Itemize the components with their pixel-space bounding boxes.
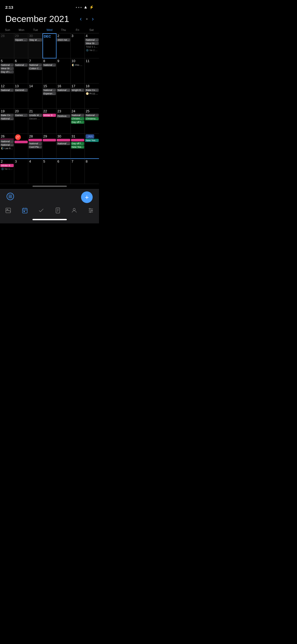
cell-dec10[interactable]: 10 🌗 Firs 8:36p <box>71 58 85 84</box>
event-winter-break-31[interactable] <box>71 139 84 141</box>
event-candy-cane[interactable]: National Candy Cane Day <box>0 143 14 146</box>
event-day-off-new[interactable]: Day off for Ne <box>71 142 84 145</box>
tab-calendar[interactable] <box>22 207 28 214</box>
cell-jan4[interactable]: 4 <box>28 159 43 184</box>
date-num: 5 <box>0 59 14 63</box>
event-eggnog[interactable]: National Eggnog Day <box>71 114 84 117</box>
event-choc-covered[interactable]: National Chocolate Covered <box>57 89 70 92</box>
cell-dec5[interactable]: 5 National Cook Wear Brown S Day of the … <box>0 58 14 84</box>
event-wear-brown2[interactable]: Wear Brown S <box>0 67 14 70</box>
cell-jan3[interactable]: 3 <box>14 159 29 184</box>
event-winter-break-28[interactable] <box>29 139 42 141</box>
next-month-button[interactable]: › <box>92 16 94 22</box>
event-bake-cookies1[interactable]: Bake Cookies <box>85 89 99 92</box>
cell-dec22[interactable]: 22 Winter Break <box>43 109 57 134</box>
event-festivus[interactable] <box>57 114 70 114</box>
tab-inbox[interactable] <box>5 207 11 214</box>
event-national-cook[interactable]: National Cook <box>0 63 14 67</box>
cell-dec14[interactable]: 14 <box>28 84 43 109</box>
event-poinsettia[interactable]: National Poinsettia Day <box>0 89 14 92</box>
prev-month-button[interactable]: ‹ <box>80 16 82 22</box>
cell-dec1[interactable]: DEC <box>43 33 57 58</box>
cell-jan5[interactable]: 5 <box>43 159 57 184</box>
cell-dec16[interactable]: 16 National Chocolate Covered <box>56 84 71 109</box>
cell-dec11[interactable]: 11 <box>85 58 99 84</box>
cell-dec20[interactable]: 20 Games Day <box>14 109 29 134</box>
event-square-dance[interactable]: Square Dance Day <box>15 38 28 42</box>
event-esperanto[interactable]: Esperanto Day <box>43 92 56 95</box>
cell-dec24[interactable]: 24 National Eggnog Day Christmas Ev Day … <box>71 109 85 134</box>
cell-nov28[interactable]: 28 <box>0 33 14 58</box>
event-new-years-day[interactable]: New Year's D <box>85 139 99 142</box>
cell-dec15[interactable]: 15 National Lemon Cupcake Da Esperanto D… <box>43 84 57 109</box>
cell-dec13[interactable]: 13 Geminids "King" Meteor Sho <box>14 84 29 109</box>
tab-tasks[interactable] <box>38 207 44 214</box>
cell-dec25[interactable]: 25 National Pum Christmas D <box>85 109 99 134</box>
event-national-cool1[interactable]: National Cool <box>85 38 99 42</box>
event-stay-home[interactable]: Stay at Home Because You'r <box>29 38 42 42</box>
event-games-day[interactable]: Games Day <box>15 114 28 117</box>
cell-dec12[interactable]: 12 National Poinsettia Day <box>0 84 14 109</box>
cell-dec29[interactable]: 29 <box>43 134 57 159</box>
event-day-ninja[interactable]: Day of the Ninja <box>0 70 14 73</box>
filter-button[interactable] <box>6 192 14 202</box>
cell-jan8[interactable]: 8 <box>85 159 99 184</box>
tab-settings[interactable] <box>88 207 94 214</box>
cell-dec21[interactable]: 21 Ursids Meteo Decem 10:58a <box>28 109 43 134</box>
cell-dec7[interactable]: 7 National Pacho Day Cotton Candy Day <box>28 58 43 84</box>
cell-dec18[interactable]: 18 Bake Cookies 🌕 Ft 11:36p <box>85 84 99 109</box>
event-day-off-christmas[interactable]: Day off for Ch <box>71 121 84 124</box>
event-cotton-candy[interactable]: Cotton Candy Day <box>29 67 42 70</box>
tab-notes[interactable] <box>55 207 61 214</box>
event-lemon-cupcake[interactable]: National Lemon Cupcake Da <box>43 89 56 92</box>
event-brownie[interactable]: National Brownie Day <box>43 63 56 67</box>
cell-dec2[interactable]: 2 2022 Astro C <box>56 33 71 58</box>
cell-jan7[interactable]: 7 <box>71 159 85 184</box>
event-winter-break-27[interactable] <box>15 141 28 143</box>
event-gazpacho[interactable]: National Gazpacho Day <box>15 63 28 67</box>
cell-jan1[interactable]: JAN New Year's D <box>85 134 99 159</box>
event-winter-break-29[interactable] <box>43 139 56 141</box>
cell-jan6[interactable]: 6 <box>56 159 71 184</box>
event-new-years-eve[interactable]: New Year's E <box>71 145 84 149</box>
cell-dec6[interactable]: 6 National Gazpacho Day <box>14 58 29 84</box>
event-winter-break-cont[interactable] <box>0 139 14 139</box>
cell-nov30[interactable]: 30 Stay at Home Because You'r <box>28 33 43 58</box>
event-winter-break-30[interactable] <box>57 139 70 141</box>
event-nat-pum1[interactable]: National Pum <box>85 114 99 117</box>
event-nat-pum2[interactable]: National Pum <box>0 140 14 143</box>
cell-jan2[interactable]: 2 Winter Break 🌑 Ne 1:33p <box>0 159 14 184</box>
event-card-playing[interactable]: Card Playing Day <box>29 145 42 149</box>
cell-dec3[interactable]: 3 <box>71 33 85 58</box>
cell-dec26[interactable]: 26 National Pum National Candy Cane Day … <box>0 134 14 159</box>
add-event-button[interactable]: + <box>81 191 93 203</box>
cell-dec27[interactable]: 27 <box>14 134 29 159</box>
event-oatmeal-muffin[interactable]: National Oatmeal Muffin Day <box>0 117 14 120</box>
cell-nov29[interactable]: 29 Square Dance Day <box>14 33 29 58</box>
event-wright-brothers[interactable]: Wright Brothers make first p <box>71 89 84 92</box>
event-astro[interactable]: 2022 Astro C <box>57 38 70 42</box>
cell-dec4[interactable]: 4 National Cool Wear Brown S Total S 12:… <box>85 33 99 58</box>
event-ursids[interactable]: Ursids Meteo <box>29 114 42 117</box>
tab-contacts[interactable] <box>71 207 77 214</box>
cell-dec31[interactable]: 31 Day off for Ne New Year's E <box>71 134 85 159</box>
event-geminids[interactable]: Geminids "King" Meteor Sho <box>15 89 28 92</box>
event-winter-break-start[interactable]: Winter Break <box>43 114 56 117</box>
cell-dec17[interactable]: 17 Wright Brothers make first p <box>71 84 85 109</box>
cell-dec30[interactable]: 30 National Bicarbonate Of Sod <box>56 134 71 159</box>
event-bake-cookies2[interactable]: Bake Cookies <box>0 114 14 117</box>
event-christmas-eve[interactable]: Christmas Ev <box>71 117 84 120</box>
cell-dec8[interactable]: 8 National Brownie Day <box>43 58 57 84</box>
event-wear-brown1[interactable]: Wear Brown S <box>85 42 99 45</box>
event-winter-break-jan[interactable]: Winter Break <box>0 164 14 167</box>
event-fruitcake[interactable]: National Fruitcake Day <box>29 142 42 145</box>
cell-dec19[interactable]: 19 Bake Cookies National Oatmeal Muffin … <box>0 109 14 134</box>
event-bicarbonate[interactable]: National Bicarbonate Of Sod <box>57 142 70 145</box>
event-new-moon-jan: 🌑 Ne 1:33p <box>0 167 14 171</box>
event-pacho-day[interactable]: National Pacho Day <box>29 63 42 67</box>
cell-dec23[interactable]: 23 Festivus <box>56 109 71 134</box>
event-christmas-day[interactable]: Christmas D <box>85 117 99 120</box>
cell-dec28[interactable]: 28 National Fruitcake Day Card Playing D… <box>28 134 43 159</box>
event-festivus-text[interactable]: Festivus <box>57 114 70 118</box>
cell-dec9[interactable]: 9 <box>56 58 71 84</box>
